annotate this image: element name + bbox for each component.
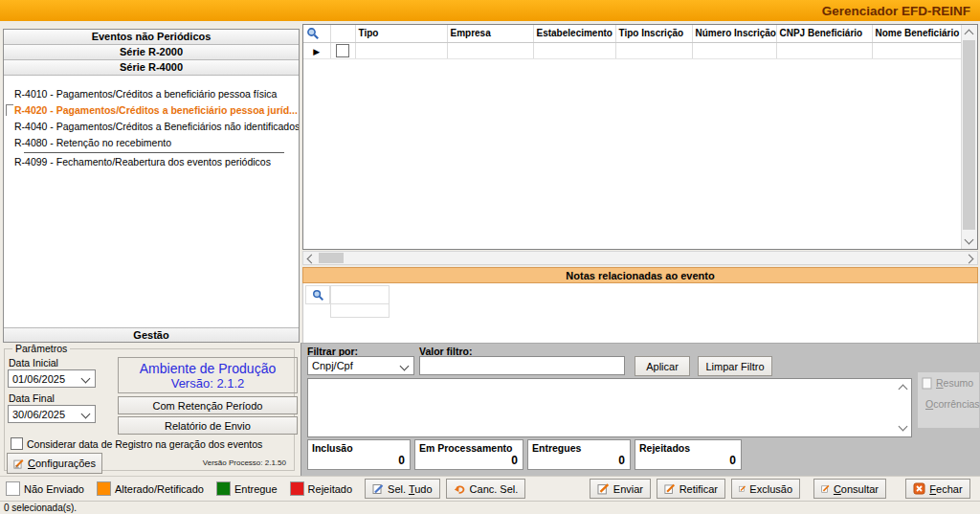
consultar-button[interactable]: Consultar <box>813 479 886 499</box>
notas-row-cell[interactable] <box>330 303 390 318</box>
fechar-button[interactable]: Fechar <box>905 479 970 499</box>
grid-vertical-scrollbar[interactable] <box>961 25 977 249</box>
data-inicial-value: 01/06/2025 <box>12 373 65 385</box>
enviar-button[interactable]: Enviar <box>590 479 651 499</box>
category-eventos-nao-periodicos[interactable]: Eventos não Periódicos <box>4 30 299 45</box>
pencil-icon <box>739 482 746 495</box>
horizontal-scroll-thumb[interactable] <box>319 253 344 263</box>
parametros-panel: Parâmetros Data Inicial 01/06/2025 Data … <box>0 343 301 476</box>
consultar-label: Consultar <box>834 483 879 495</box>
vertical-scroll-thumb[interactable] <box>963 40 975 230</box>
ambiente-box: Ambiente de Produção Versão: 2.1.2 <box>118 357 298 393</box>
grid-col-estabelecimento[interactable]: Estabelecimento <box>533 25 615 42</box>
counter-value: 0 <box>618 454 625 467</box>
counter-rejeitados: Rejeitados 0 <box>635 439 742 470</box>
data-final-label: Data Final <box>9 392 55 404</box>
category-serie-r2000[interactable]: Série R-2000 <box>4 45 299 60</box>
scroll-down-icon[interactable] <box>965 235 974 245</box>
pencil-icon <box>821 482 830 495</box>
counter-inclusao: Inclusão 0 <box>307 439 411 470</box>
scroll-up-icon[interactable] <box>899 385 908 394</box>
retificar-button[interactable]: Retificar <box>657 479 725 499</box>
counter-label: Em Processamento <box>419 442 512 454</box>
search-icon <box>312 289 324 302</box>
sel-tudo-button[interactable]: Sel. Tudo <box>365 479 439 499</box>
notas-grid <box>302 283 978 343</box>
legend-alterado-retificado: Alterado/Retificado <box>97 481 204 496</box>
filtro-tipo-select[interactable]: Cnpj/Cpf <box>307 356 414 375</box>
grid-col-nome-beneficiario[interactable]: Nome Beneficiário <box>872 25 962 42</box>
counter-label: Rejeitados <box>639 442 690 454</box>
cell-numero-inscricao <box>692 42 776 58</box>
resumo-button[interactable]: Resumo <box>918 372 979 393</box>
grid-col-tipo[interactable]: Tipo <box>355 25 447 42</box>
cell-cnpj-beneficiario <box>776 42 872 58</box>
event-item-r4099[interactable]: R-4099 - Fechamento/Reabertura dos event… <box>4 154 299 170</box>
counter-entregues: Entregues 0 <box>527 439 631 470</box>
com-retencao-periodo-button[interactable]: Com Retenção Período <box>118 396 298 414</box>
grid-checkbox-header[interactable] <box>330 25 355 42</box>
grid-horizontal-scrollbar[interactable] <box>302 251 978 265</box>
exclusao-button[interactable]: Exclusão <box>731 479 800 499</box>
limpar-filtro-button[interactable]: Limpar Filtro <box>698 356 772 376</box>
valor-filtro-input[interactable] <box>419 356 625 375</box>
counter-label: Entregues <box>532 442 581 454</box>
cell-nome-beneficiario <box>872 42 962 58</box>
alterado-swatch <box>97 481 111 496</box>
scroll-left-icon[interactable] <box>307 255 317 264</box>
event-list: R-4010 - Pagamentos/Créditos a beneficiá… <box>4 76 299 170</box>
configuracoes-button[interactable]: 01 Configurações <box>7 453 102 474</box>
retificar-label: Retificar <box>679 483 718 495</box>
data-final-value: 30/06/2025 <box>12 409 65 420</box>
configuracoes-label: Configurações <box>28 458 96 469</box>
notas-search-cell[interactable] <box>305 285 330 304</box>
considerar-data-registro-row: Considerar data de Registro na geração d… <box>11 437 262 450</box>
grid-col-cnpj-beneficiario[interactable]: CNPJ Beneficiário <box>776 25 872 42</box>
counter-label: Inclusão <box>312 442 353 454</box>
selection-count-text: 0 selecionada(s). <box>4 503 77 513</box>
data-inicial-label: Data Inicial <box>9 357 58 369</box>
scroll-down-icon[interactable] <box>899 422 908 432</box>
event-item-r4010[interactable]: R-4010 - Pagamentos/Créditos a beneficiá… <box>4 86 299 102</box>
chevron-down-icon <box>400 362 410 371</box>
cell-estabelecimento <box>533 42 615 58</box>
grid-col-empresa[interactable]: Empresa <box>447 25 533 42</box>
ocorrencias-label: Ocorrências <box>925 398 980 410</box>
parametros-groupbox: Parâmetros Data Inicial 01/06/2025 Data … <box>4 348 295 471</box>
grid-col-tipo-inscricao[interactable]: Tipo Inscrição <box>615 25 692 42</box>
selection-corner-mark <box>6 104 13 116</box>
row-checkbox[interactable] <box>336 44 349 57</box>
notas-header-cell[interactable] <box>330 285 390 304</box>
row-selector-cell[interactable]: ▶ <box>303 42 330 58</box>
grid-empty-row[interactable]: ▶ <box>303 42 962 58</box>
enviar-label: Enviar <box>613 483 643 495</box>
considerar-data-registro-label: Considerar data de Registro na geração d… <box>27 438 262 450</box>
filtro-tipo-value: Cnpj/Cpf <box>312 360 353 371</box>
pencil-icon <box>597 482 610 495</box>
grid-col-numero-inscricao[interactable]: Número Inscrição <box>692 25 776 42</box>
grid-search-header[interactable] <box>303 25 330 42</box>
category-gestao[interactable]: Gestão <box>4 327 299 342</box>
ocorrencias-button[interactable]: Ocorrências <box>918 393 979 414</box>
legend-nao-enviado: Não Enviado <box>6 481 84 496</box>
canc-sel-button[interactable]: Canc. Sel. <box>446 479 526 499</box>
row-checkbox-cell[interactable] <box>330 42 355 58</box>
category-serie-r4000[interactable]: Série R-4000 <box>4 60 299 76</box>
scroll-up-icon[interactable] <box>965 30 974 39</box>
event-item-r4040[interactable]: R-4040 - Pagamentos/Créditos a Beneficiá… <box>4 119 299 135</box>
aplicar-button[interactable]: Aplicar <box>635 356 690 376</box>
event-list-divider <box>24 152 284 153</box>
scroll-right-icon[interactable] <box>965 255 974 264</box>
relatorio-de-envio-button[interactable]: Relatório de Envio <box>118 416 298 435</box>
event-item-r4020-selected[interactable]: R-4020 - Pagamentos/Créditos a beneficiá… <box>4 102 299 119</box>
row-selector-icon: ▶ <box>313 47 320 56</box>
data-final-select[interactable]: 30/06/2025 <box>8 405 96 423</box>
event-item-r4080[interactable]: R-4080 - Retenção no recebimento <box>4 135 299 151</box>
undo-icon <box>454 483 466 495</box>
grid-header-row: Tipo Empresa Estabelecimento Tipo Inscri… <box>303 25 962 42</box>
rejeitado-swatch <box>290 481 304 496</box>
considerar-data-registro-checkbox[interactable] <box>11 437 23 450</box>
chevron-down-icon <box>81 410 91 419</box>
result-log-area[interactable] <box>307 378 912 437</box>
data-inicial-select[interactable]: 01/06/2025 <box>8 369 96 388</box>
